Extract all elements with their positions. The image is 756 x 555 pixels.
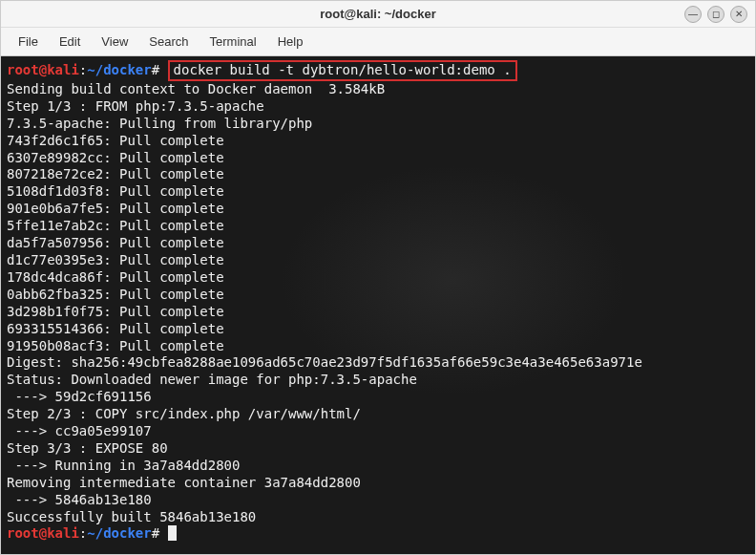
terminal-window: root@kali: ~/docker — ◻ ✕ File Edit View… — [0, 0, 756, 555]
prompt-hash: # — [152, 62, 159, 77]
menubar: File Edit View Search Terminal Help — [1, 28, 755, 56]
menu-terminal[interactable]: Terminal — [200, 32, 266, 52]
output-line: 693315514366: Pull complete — [7, 321, 749, 338]
prompt-line-1: root@kali:~/docker# docker build -t dybt… — [7, 60, 749, 81]
output-line: 901e0b6a7fe5: Pull complete — [7, 201, 749, 218]
window-title: root@kali: ~/docker — [320, 7, 435, 21]
prompt-path: ~/docker — [87, 62, 151, 77]
menu-help[interactable]: Help — [268, 32, 313, 52]
menu-edit[interactable]: Edit — [50, 32, 90, 52]
output-line: Digest: sha256:49cbfea8288ae1096ad65c70a… — [7, 354, 749, 372]
menu-search[interactable]: Search — [139, 32, 198, 52]
output-line: 3d298b1f0f75: Pull complete — [7, 304, 749, 321]
prompt-hash: # — [152, 525, 159, 541]
output-line: ---> 5846ab13e180 — [7, 492, 749, 509]
output-line: 7.3.5-apache: Pulling from library/php — [7, 116, 749, 133]
output-line: Status: Downloaded newer image for php:7… — [7, 372, 749, 389]
output-line: Removing intermediate container 3a7a84dd… — [7, 475, 749, 492]
prompt-path: ~/docker — [87, 525, 151, 541]
prompt-user: root@kali — [7, 62, 79, 77]
output-line: 807218e72ce2: Pull complete — [7, 166, 749, 183]
output-line: da5f7a507956: Pull complete — [7, 235, 749, 252]
output-line: 743f2d6c1f65: Pull complete — [7, 133, 749, 150]
output-line: Step 3/3 : EXPOSE 80 — [7, 440, 749, 458]
output-line: 6307e89982cc: Pull complete — [7, 150, 749, 167]
output-line: Step 2/3 : COPY src/index.php /var/www/h… — [7, 406, 749, 423]
maximize-button[interactable]: ◻ — [707, 6, 724, 23]
minimize-button[interactable]: — — [684, 6, 702, 23]
prompt-user: root@kali — [7, 525, 79, 541]
output-line: 0abb62fba325: Pull complete — [7, 287, 749, 304]
terminal-body[interactable]: root@kali:~/docker# docker build -t dybt… — [1, 56, 755, 554]
output-line: d1c77e0395e3: Pull complete — [7, 252, 749, 269]
output-line: Sending build context to Docker daemon 3… — [7, 81, 749, 98]
menu-file[interactable]: File — [9, 32, 48, 52]
output-line: 5ffe11e7ab2c: Pull complete — [7, 218, 749, 235]
output-line: 91950b08acf3: Pull complete — [7, 338, 749, 355]
output-line: 178dc4dca86f: Pull complete — [7, 269, 749, 287]
cursor-icon — [168, 525, 177, 541]
highlighted-command: docker build -t dybtron/hello-world:demo… — [168, 60, 517, 81]
output-line: Successfully built 5846ab13e180 — [7, 509, 749, 526]
output-line: Step 1/3 : FROM php:7.3.5-apache — [7, 98, 749, 116]
titlebar: root@kali: ~/docker — ◻ ✕ — [1, 1, 755, 28]
menu-view[interactable]: View — [92, 32, 137, 52]
window-controls: — ◻ ✕ — [684, 6, 747, 23]
output-line: ---> cc9a05e99107 — [7, 423, 749, 440]
output-line: 5108df1d03f8: Pull complete — [7, 183, 749, 201]
prompt-line-2: root@kali:~/docker# — [7, 525, 749, 543]
close-button[interactable]: ✕ — [730, 6, 747, 23]
output-line: ---> 59d2cf691156 — [7, 389, 749, 406]
output-line: ---> Running in 3a7a84dd2800 — [7, 458, 749, 475]
